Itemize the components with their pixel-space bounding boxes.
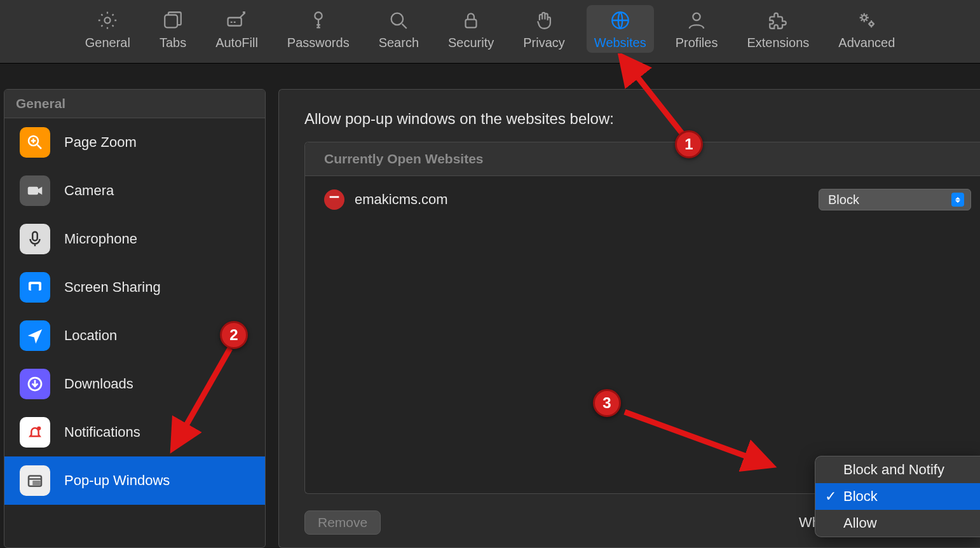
toolbar-label: AutoFill bbox=[215, 36, 258, 50]
annotation-badge-1: 1 bbox=[675, 130, 703, 158]
svg-point-0 bbox=[105, 17, 111, 23]
sidebar-item-microphone[interactable]: Microphone bbox=[4, 215, 265, 263]
toolbar-security[interactable]: Security bbox=[440, 5, 501, 53]
search-icon bbox=[387, 9, 410, 32]
svg-rect-12 bbox=[32, 232, 37, 241]
toolbar-profiles[interactable]: Profiles bbox=[668, 5, 726, 53]
sidebar-item-label: Camera bbox=[64, 182, 114, 199]
currently-open-header: Currently Open Websites bbox=[305, 142, 980, 176]
sidebar-item-downloads[interactable]: Downloads bbox=[4, 360, 265, 408]
website-domain: emakicms.com bbox=[355, 191, 448, 208]
menu-item-allow[interactable]: Allow bbox=[815, 510, 980, 537]
svg-rect-18 bbox=[32, 481, 41, 486]
location-icon bbox=[20, 320, 50, 351]
other-websites-policy-menu[interactable]: Block and Notify ✓ Block Allow bbox=[815, 456, 980, 537]
key-icon bbox=[307, 9, 330, 32]
sidebar-item-label: Location bbox=[64, 327, 117, 344]
toolbar-extensions[interactable]: Extensions bbox=[739, 5, 817, 53]
site-policy-dropdown[interactable]: Block bbox=[819, 189, 971, 210]
sidebar-item-popup-windows[interactable]: Pop-up Windows bbox=[4, 456, 265, 505]
toolbar-label: General bbox=[85, 36, 130, 50]
svg-point-7 bbox=[693, 13, 700, 20]
annotation-badge-3: 3 bbox=[593, 389, 621, 417]
preferences-toolbar: General Tabs AutoFill Passwords Search S… bbox=[0, 0, 980, 64]
svg-point-16 bbox=[37, 427, 41, 430]
puzzle-icon bbox=[766, 9, 789, 32]
toolbar-general[interactable]: General bbox=[78, 5, 138, 53]
lock-icon bbox=[459, 9, 482, 32]
dropdown-value: Block bbox=[828, 193, 859, 207]
autofill-icon bbox=[225, 9, 248, 32]
toolbar-label: Privacy bbox=[523, 36, 565, 50]
toolbar-label: Websites bbox=[594, 36, 646, 50]
menu-item-label: Block and Notify bbox=[843, 462, 944, 478]
globe-icon bbox=[609, 9, 632, 32]
menu-item-block-and-notify[interactable]: Block and Notify bbox=[815, 456, 980, 483]
sidebar-section-header: General bbox=[4, 90, 265, 118]
profile-icon bbox=[685, 9, 708, 32]
annotation-badge-2: 2 bbox=[220, 321, 248, 349]
svg-rect-11 bbox=[28, 187, 38, 195]
hand-icon bbox=[533, 9, 555, 32]
sidebar-item-label: Screen Sharing bbox=[64, 279, 161, 296]
website-row[interactable]: emakicms.com Block bbox=[305, 176, 980, 223]
bell-icon bbox=[20, 417, 50, 448]
screen-sharing-icon bbox=[20, 272, 50, 303]
toolbar-advanced[interactable]: Advanced bbox=[831, 5, 902, 53]
sidebar-item-screen-sharing[interactable]: Screen Sharing bbox=[4, 263, 265, 312]
tabs-icon bbox=[161, 9, 184, 32]
settings-sidebar: General Page Zoom Camera Microphone Scre… bbox=[4, 89, 266, 548]
popup-window-icon bbox=[20, 465, 50, 496]
main-panel: Allow pop-up windows on the websites bel… bbox=[278, 89, 980, 548]
svg-point-8 bbox=[862, 15, 866, 20]
downloads-icon bbox=[20, 369, 50, 399]
toolbar-label: Extensions bbox=[747, 36, 809, 50]
camera-icon bbox=[20, 175, 50, 206]
chevron-updown-icon bbox=[951, 193, 964, 207]
svg-point-4 bbox=[391, 13, 403, 25]
website-list-box: Currently Open Websites emakicms.com Blo… bbox=[304, 142, 980, 494]
toolbar-label: Profiles bbox=[676, 36, 718, 50]
toolbar-search[interactable]: Search bbox=[371, 5, 426, 53]
sidebar-item-notifications[interactable]: Notifications bbox=[4, 408, 265, 456]
toolbar-autofill[interactable]: AutoFill bbox=[208, 5, 266, 53]
toolbar-tabs[interactable]: Tabs bbox=[152, 5, 194, 53]
check-icon: ✓ bbox=[824, 488, 837, 505]
gears-icon bbox=[855, 9, 878, 32]
sidebar-item-label: Notifications bbox=[64, 424, 140, 441]
svg-point-9 bbox=[869, 22, 873, 26]
svg-rect-5 bbox=[466, 20, 477, 28]
toolbar-label: Search bbox=[379, 36, 419, 50]
sidebar-item-label: Microphone bbox=[64, 231, 137, 247]
gear-icon bbox=[96, 9, 119, 32]
toolbar-label: Security bbox=[448, 36, 494, 50]
main-title: Allow pop-up windows on the websites bel… bbox=[304, 110, 980, 128]
sidebar-item-label: Pop-up Windows bbox=[64, 472, 170, 489]
remove-button[interactable]: Remove bbox=[304, 510, 381, 535]
toolbar-websites[interactable]: Websites bbox=[587, 5, 654, 53]
sidebar-item-label: Page Zoom bbox=[64, 134, 137, 151]
site-favicon-icon bbox=[324, 189, 344, 210]
sidebar-item-label: Downloads bbox=[64, 376, 133, 392]
toolbar-label: Passwords bbox=[287, 36, 350, 50]
microphone-icon bbox=[20, 224, 50, 254]
zoom-icon bbox=[20, 127, 50, 158]
toolbar-label: Tabs bbox=[160, 36, 186, 50]
toolbar-label: Advanced bbox=[838, 36, 895, 50]
svg-rect-1 bbox=[165, 15, 177, 28]
toolbar-privacy[interactable]: Privacy bbox=[515, 5, 573, 53]
sidebar-item-page-zoom[interactable]: Page Zoom bbox=[4, 118, 265, 167]
svg-point-3 bbox=[315, 12, 322, 19]
sidebar-item-camera[interactable]: Camera bbox=[4, 167, 265, 215]
toolbar-passwords[interactable]: Passwords bbox=[280, 5, 357, 53]
menu-item-label: Block bbox=[843, 488, 878, 505]
menu-item-block[interactable]: ✓ Block bbox=[815, 483, 980, 510]
menu-item-label: Allow bbox=[843, 515, 877, 531]
svg-rect-14 bbox=[31, 284, 39, 291]
